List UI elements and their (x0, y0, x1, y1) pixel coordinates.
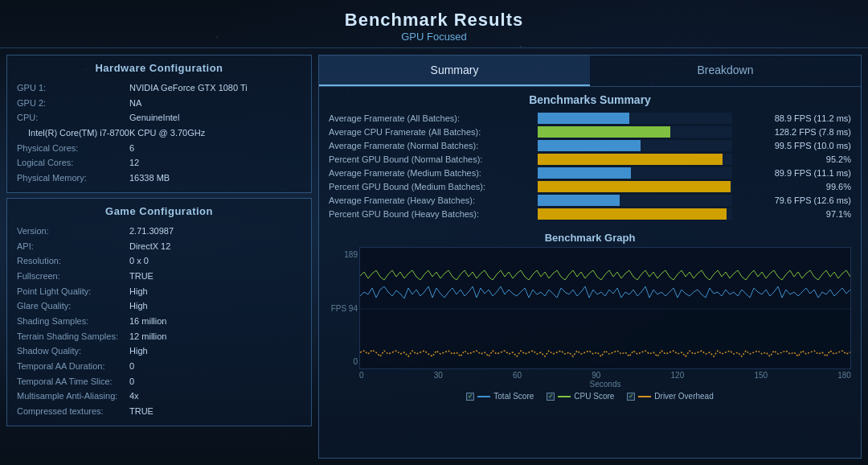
bench-bar-container-gpu-normal (538, 154, 732, 165)
cpu-score-checkbox[interactable]: ✓ (547, 393, 555, 401)
page-title: Benchmark Results (0, 10, 868, 31)
logical-cores-label: Logical Cores: (17, 155, 129, 171)
api-value: DirectX 12 (129, 239, 170, 254)
benchmark-graph-svg (359, 247, 851, 369)
bench-bar-gpu-normal (538, 154, 723, 165)
bench-bar-heavy-fps (538, 195, 620, 206)
bench-bar-container-gpu-medium (538, 181, 732, 192)
tab-summary[interactable]: Summary (319, 56, 590, 86)
bench-label-gpu-normal: Percent GPU Bound (Normal Batches): (329, 154, 538, 164)
bench-bar-normal-fps (538, 140, 641, 151)
bench-value-avg-all: 88.9 FPS (11.2 ms) (739, 113, 851, 123)
terrain-label: Terrain Shading Samples: (17, 329, 129, 344)
bench-label-avg-all: Average Framerate (All Batches): (329, 113, 538, 123)
x-axis-unit: Seconds (329, 380, 851, 389)
y-label-fps: FPS 94 (331, 304, 358, 313)
bench-label-normal-fps: Average Framerate (Normal Batches): (329, 141, 538, 150)
driver-overhead-color (638, 396, 651, 397)
bench-label-cpu-all: Average CPU Framerate (All Batches): (329, 127, 538, 137)
temporal-aa-value: 0 (129, 359, 134, 374)
bench-value-heavy-fps: 79.6 FPS (12.6 ms) (739, 195, 851, 205)
config-row-memory: Physical Memory: 16338 MB (17, 171, 301, 186)
y-label-min: 0 (353, 357, 358, 366)
compressed-value: TRUE (129, 404, 154, 419)
config-row-cpu: CPU: GenuineIntel (17, 110, 301, 126)
total-score-line (360, 286, 851, 298)
hardware-config-panel: Hardware Configuration GPU 1: NVIDIA GeF… (6, 55, 312, 193)
x-label-90: 90 (592, 371, 600, 380)
shading-label: Shading Samples: (17, 314, 129, 329)
cpu-score-color (558, 396, 571, 397)
version-label: Version: (17, 224, 129, 239)
graph-x-axis: 0 30 60 90 120 150 180 (329, 371, 851, 380)
bench-bar-avg-all (538, 113, 629, 124)
x-label-120: 120 (671, 371, 685, 380)
y-label-max: 189 (344, 250, 358, 259)
total-score-color (477, 396, 490, 397)
config-row-temporal-slice: Temporal AA Time Slice: 0 (17, 374, 301, 389)
temporal-aa-label: Temporal AA Duration: (17, 359, 129, 374)
bench-value-cpu-all: 128.2 FPS (7.8 ms) (739, 127, 851, 137)
fullscreen-label: Fullscreen: (17, 269, 129, 284)
terrain-value: 12 million (129, 329, 166, 344)
tab-breakdown[interactable]: Breakdown (590, 56, 861, 86)
gpu1-label: GPU 1: (17, 80, 129, 96)
config-row-point-light: Point Light Quality: High (17, 284, 301, 299)
config-row-gpu1: GPU 1: NVIDIA GeForce GTX 1080 Ti (17, 80, 301, 96)
config-row-glare: Glare Quality: High (17, 298, 301, 314)
driver-overhead-checkbox[interactable]: ✓ (627, 393, 635, 401)
glare-value: High (129, 298, 148, 314)
shadow-label: Shadow Quality: (17, 344, 129, 359)
bench-bar-container-normal-fps (538, 140, 732, 151)
config-row-terrain: Terrain Shading Samples: 12 million (17, 329, 301, 344)
legend-cpu-score: ✓ CPU Score (547, 392, 614, 401)
msaa-label: Multisample Anti-Aliasing: (17, 389, 129, 404)
driver-overhead-line (360, 350, 851, 356)
point-light-label: Point Light Quality: (17, 284, 129, 299)
gpu2-value: NA (129, 96, 141, 111)
x-label-180: 180 (837, 371, 851, 380)
benchmarks-section: Benchmarks Summary Average Framerate (Al… (319, 87, 861, 228)
resolution-label: Resolution: (17, 253, 129, 269)
bench-label-medium-fps: Average Framerate (Medium Batches): (329, 168, 538, 178)
x-label-30: 30 (434, 371, 443, 380)
fullscreen-value: TRUE (129, 269, 154, 284)
tabs-bar: Summary Breakdown (319, 56, 861, 87)
config-row-compressed: Compressed textures: TRUE (17, 404, 301, 419)
x-label-60: 60 (513, 371, 522, 380)
total-score-checkbox[interactable]: ✓ (466, 393, 474, 401)
temporal-slice-value: 0 (129, 374, 134, 389)
bench-row-normal-fps: Average Framerate (Normal Batches): 99.5… (329, 140, 851, 151)
cpu-value: GenuineIntel (129, 110, 179, 126)
bench-label-gpu-medium: Percent GPU Bound (Medium Batches): (329, 182, 538, 191)
bench-row-cpu-all: Average CPU Framerate (All Batches): 128… (329, 126, 851, 138)
memory-value: 16338 MB (129, 171, 170, 186)
config-row-gpu2: GPU 2: NA (17, 96, 301, 111)
config-row-resolution: Resolution: 0 x 0 (17, 253, 301, 269)
config-row-msaa: Multisample Anti-Aliasing: 4x (17, 389, 301, 404)
api-label: API: (17, 239, 129, 254)
cpu-model: Intel(R) Core(TM) i7-8700K CPU @ 3.70GHz (17, 126, 301, 141)
bench-bar-container-avg-all (538, 113, 732, 124)
version-value: 2.71.30987 (129, 224, 174, 239)
bench-bar-gpu-heavy (538, 208, 727, 220)
shading-value: 16 million (129, 314, 166, 329)
x-label-0: 0 (359, 371, 364, 380)
bench-row-avg-all: Average Framerate (All Batches): 88.9 FP… (329, 113, 851, 124)
logical-cores-value: 12 (129, 155, 139, 171)
glare-label: Glare Quality: (17, 298, 129, 314)
config-row-fullscreen: Fullscreen: TRUE (17, 269, 301, 284)
x-label-150: 150 (754, 371, 768, 380)
graph-section: Benchmark Graph 189 FPS 94 0 (319, 228, 861, 458)
bench-label-gpu-heavy: Percent GPU Bound (Heavy Batches): (329, 209, 538, 219)
bench-value-gpu-medium: 99.6% (739, 182, 851, 191)
benchmarks-title: Benchmarks Summary (329, 93, 851, 106)
bench-bar-container-gpu-heavy (538, 208, 732, 220)
physical-cores-value: 6 (129, 141, 134, 156)
game-config-panel: Game Configuration Version: 2.71.30987 A… (6, 198, 312, 426)
bench-row-gpu-medium: Percent GPU Bound (Medium Batches): 99.6… (329, 181, 851, 192)
config-row-shadow: Shadow Quality: High (17, 344, 301, 359)
msaa-value: 4x (129, 389, 139, 404)
bench-label-heavy-fps: Average Framerate (Heavy Batches): (329, 195, 538, 205)
bench-value-gpu-normal: 95.2% (739, 154, 851, 164)
